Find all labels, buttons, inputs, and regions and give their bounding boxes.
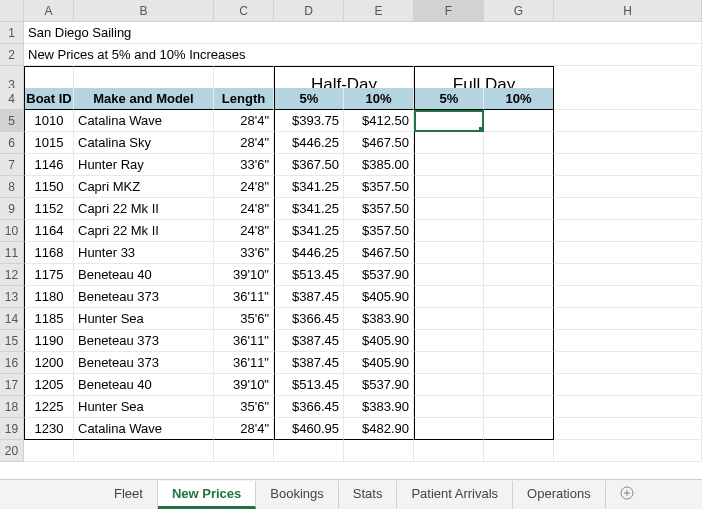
hdr-half-5[interactable]: 5% bbox=[274, 88, 344, 110]
sheet-tab-patient-arrivals[interactable]: Patient Arrivals bbox=[397, 481, 513, 509]
spreadsheet-grid[interactable]: ABCDEFGH1San Diego Sailing2New Prices at… bbox=[0, 0, 702, 462]
cell-length[interactable]: 35'6" bbox=[214, 308, 274, 330]
empty-cell[interactable] bbox=[554, 176, 702, 198]
cell-model[interactable]: Hunter Sea bbox=[74, 308, 214, 330]
empty-cell[interactable] bbox=[554, 88, 702, 110]
row-header[interactable]: 18 bbox=[0, 396, 24, 418]
cell-model[interactable]: Beneteau 373 bbox=[74, 286, 214, 308]
cell-full-5[interactable] bbox=[414, 286, 484, 308]
hdr-length[interactable]: Length bbox=[214, 88, 274, 110]
row-header[interactable]: 5 bbox=[0, 110, 24, 132]
empty-cell[interactable] bbox=[554, 308, 702, 330]
cell-half-10[interactable]: $537.90 bbox=[344, 264, 414, 286]
cell-boat-id[interactable]: 1168 bbox=[24, 242, 74, 264]
cell-model[interactable]: Hunter Sea bbox=[74, 396, 214, 418]
cell-model[interactable]: Capri 22 Mk II bbox=[74, 220, 214, 242]
row-header[interactable]: 15 bbox=[0, 330, 24, 352]
cell-full-5[interactable] bbox=[414, 396, 484, 418]
cell-half-10[interactable]: $357.50 bbox=[344, 176, 414, 198]
cell-boat-id[interactable]: 1190 bbox=[24, 330, 74, 352]
cell-boat-id[interactable]: 1230 bbox=[24, 418, 74, 440]
empty-cell[interactable] bbox=[554, 396, 702, 418]
cell-full-10[interactable] bbox=[484, 154, 554, 176]
cell-model[interactable]: Capri 22 Mk II bbox=[74, 198, 214, 220]
cell-half-10[interactable]: $357.50 bbox=[344, 198, 414, 220]
cell-half-10[interactable]: $537.90 bbox=[344, 374, 414, 396]
cell-length[interactable]: 35'6" bbox=[214, 396, 274, 418]
row-header[interactable]: 8 bbox=[0, 176, 24, 198]
cell-half-10[interactable]: $467.50 bbox=[344, 132, 414, 154]
cell-boat-id[interactable]: 1180 bbox=[24, 286, 74, 308]
row-header[interactable]: 17 bbox=[0, 374, 24, 396]
hdr-half-10[interactable]: 10% bbox=[344, 88, 414, 110]
cell-half-5[interactable]: $366.45 bbox=[274, 308, 344, 330]
cell-full-5[interactable] bbox=[414, 352, 484, 374]
empty-cell[interactable] bbox=[24, 440, 74, 462]
empty-cell[interactable] bbox=[344, 440, 414, 462]
cell-full-10[interactable] bbox=[484, 132, 554, 154]
cell-full-10[interactable] bbox=[484, 176, 554, 198]
empty-cell[interactable] bbox=[554, 330, 702, 352]
cell-full-10[interactable] bbox=[484, 264, 554, 286]
cell-length[interactable]: 36'11" bbox=[214, 286, 274, 308]
cell-full-10[interactable] bbox=[484, 198, 554, 220]
cell-full-5[interactable] bbox=[414, 198, 484, 220]
cell-full-5[interactable] bbox=[414, 110, 484, 132]
row-header[interactable]: 10 bbox=[0, 220, 24, 242]
cell-half-10[interactable]: $357.50 bbox=[344, 220, 414, 242]
cell-full-10[interactable] bbox=[484, 110, 554, 132]
cell-model[interactable]: Catalina Sky bbox=[74, 132, 214, 154]
cell-length[interactable]: 36'11" bbox=[214, 330, 274, 352]
cell-half-5[interactable]: $513.45 bbox=[274, 264, 344, 286]
cell-half-5[interactable]: $367.50 bbox=[274, 154, 344, 176]
cell-full-5[interactable] bbox=[414, 176, 484, 198]
empty-cell[interactable] bbox=[274, 440, 344, 462]
row-header[interactable]: 14 bbox=[0, 308, 24, 330]
cell-half-10[interactable]: $482.90 bbox=[344, 418, 414, 440]
empty-cell[interactable] bbox=[554, 242, 702, 264]
cell-boat-id[interactable]: 1152 bbox=[24, 198, 74, 220]
add-sheet-button[interactable] bbox=[606, 481, 648, 508]
cell-length[interactable]: 36'11" bbox=[214, 352, 274, 374]
cell-half-5[interactable]: $446.25 bbox=[274, 132, 344, 154]
cell-full-5[interactable] bbox=[414, 242, 484, 264]
cell-model[interactable]: Beneteau 40 bbox=[74, 264, 214, 286]
col-header-E[interactable]: E bbox=[344, 0, 414, 22]
title-cell[interactable]: San Diego Sailing bbox=[24, 22, 702, 44]
sheet-tab-stats[interactable]: Stats bbox=[339, 481, 398, 509]
subtitle-cell[interactable]: New Prices at 5% and 10% Increases bbox=[24, 44, 702, 66]
cell-model[interactable]: Catalina Wave bbox=[74, 110, 214, 132]
cell-length[interactable]: 24'8" bbox=[214, 176, 274, 198]
cell-full-10[interactable] bbox=[484, 352, 554, 374]
col-header-D[interactable]: D bbox=[274, 0, 344, 22]
row-header[interactable]: 19 bbox=[0, 418, 24, 440]
cell-boat-id[interactable]: 1175 bbox=[24, 264, 74, 286]
empty-cell[interactable] bbox=[414, 440, 484, 462]
row-header[interactable]: 20 bbox=[0, 440, 24, 462]
cell-half-5[interactable]: $366.45 bbox=[274, 396, 344, 418]
cell-half-10[interactable]: $405.90 bbox=[344, 286, 414, 308]
row-header[interactable]: 4 bbox=[0, 88, 24, 110]
cell-model[interactable]: Capri MKZ bbox=[74, 176, 214, 198]
cell-boat-id[interactable]: 1146 bbox=[24, 154, 74, 176]
cell-half-10[interactable]: $383.90 bbox=[344, 308, 414, 330]
cell-full-10[interactable] bbox=[484, 418, 554, 440]
hdr-full-10[interactable]: 10% bbox=[484, 88, 554, 110]
cell-length[interactable]: 28'4" bbox=[214, 132, 274, 154]
cell-length[interactable]: 28'4" bbox=[214, 418, 274, 440]
cell-full-5[interactable] bbox=[414, 418, 484, 440]
col-header-G[interactable]: G bbox=[484, 0, 554, 22]
cell-half-5[interactable]: $387.45 bbox=[274, 352, 344, 374]
empty-cell[interactable] bbox=[554, 264, 702, 286]
empty-cell[interactable] bbox=[554, 198, 702, 220]
cell-full-5[interactable] bbox=[414, 308, 484, 330]
empty-cell[interactable] bbox=[554, 154, 702, 176]
cell-length[interactable]: 24'8" bbox=[214, 220, 274, 242]
empty-cell[interactable] bbox=[554, 286, 702, 308]
row-header[interactable]: 11 bbox=[0, 242, 24, 264]
cell-half-5[interactable]: $341.25 bbox=[274, 198, 344, 220]
cell-length[interactable]: 33'6" bbox=[214, 154, 274, 176]
empty-cell[interactable] bbox=[554, 132, 702, 154]
cell-full-10[interactable] bbox=[484, 374, 554, 396]
sheet-tab-fleet[interactable]: Fleet bbox=[100, 481, 158, 509]
